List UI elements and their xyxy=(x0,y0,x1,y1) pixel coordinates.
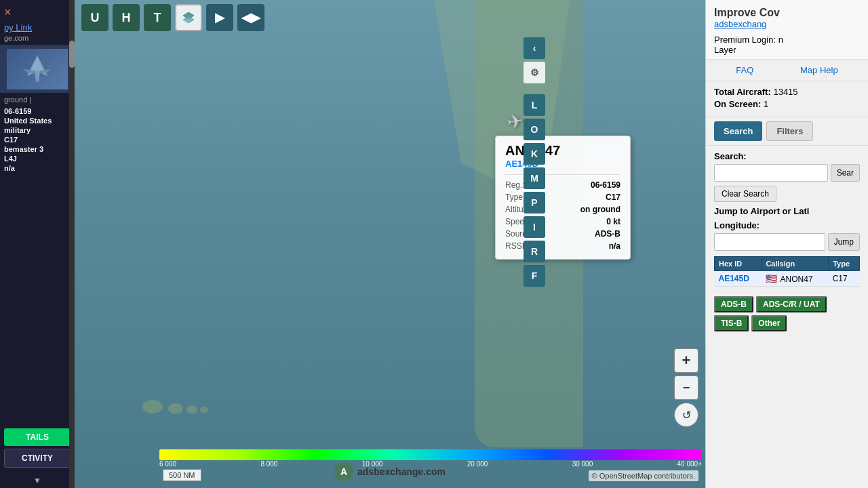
plane-placeholder xyxy=(7,49,68,89)
tab-filters[interactable]: Filters xyxy=(766,121,813,141)
cell-type: C17 xyxy=(829,270,860,286)
type-value: C17 xyxy=(4,136,18,144)
popup-reg-value: 06-6159 xyxy=(591,180,620,190)
zoom-out-button[interactable]: − xyxy=(674,375,698,400)
color-label-20000: 20 000 xyxy=(467,460,488,468)
search-row: Sear xyxy=(714,164,860,182)
country-value: United States xyxy=(4,117,52,125)
svg-marker-2 xyxy=(35,71,40,83)
map-area[interactable]: ✈ ANON47 AE145D Reg.: 06-6159 Type code:… xyxy=(75,0,705,488)
jump-button[interactable]: Jump xyxy=(828,233,860,251)
rssi-field: n/a xyxy=(0,163,75,173)
toolbar-forward-button[interactable]: ▶ xyxy=(206,4,233,31)
clear-search-button[interactable]: Clear Search xyxy=(714,186,776,202)
col-callsign: Callsign xyxy=(762,256,829,270)
btn-k[interactable]: K xyxy=(524,143,545,165)
on-screen-value: 1 xyxy=(764,99,768,109)
category-field: military xyxy=(0,125,75,135)
source-badges: ADS-B ADS-C/R / UAT TIS-B Other xyxy=(706,292,868,336)
country-field: United States xyxy=(0,116,75,125)
subscriber-field: bemaster 3 xyxy=(0,144,75,154)
total-aircraft-value: 13415 xyxy=(773,87,797,97)
badge-other[interactable]: Other xyxy=(751,315,787,331)
right-panel: Improve Cov adsbexchang Premium Login: n… xyxy=(705,0,868,488)
left-sidebar: × py Link ge.com ground | 06-6159 United… xyxy=(0,0,75,488)
improve-coverage-link[interactable]: adsbexchang xyxy=(714,19,860,29)
subscriber-value: bemaster 3 xyxy=(4,145,43,153)
on-screen-row: On Screen: 1 xyxy=(714,99,860,109)
side-buttons: ‹ ⚙ L O K M P I R F xyxy=(524,37,545,287)
badge-tisb[interactable]: TIS-B xyxy=(714,315,749,331)
badge-adsb[interactable]: ADS-B xyxy=(714,296,753,312)
col-type: Type xyxy=(829,256,860,270)
rssi-value: n/a xyxy=(4,164,15,172)
search-input[interactable] xyxy=(714,164,828,182)
table-header-row: Hex ID Callsign Type xyxy=(715,256,860,270)
link-url: ge.com xyxy=(4,34,71,42)
replay-button[interactable]: ↺ xyxy=(674,403,698,427)
color-label-6000: 6 000 xyxy=(159,460,176,468)
toolbar-layers-button[interactable] xyxy=(175,4,202,31)
search-section: Search: Sear Clear Search Jump to Airpor… xyxy=(706,146,868,292)
aircraft-image xyxy=(0,45,75,93)
aircraft-table: Hex ID Callsign Type AE145D 🇺🇸 ANON47 C1… xyxy=(714,256,860,287)
popup-alt-value: on ground xyxy=(580,205,620,214)
popup-reg-label: Reg.: xyxy=(505,180,525,190)
popup-type-value: C17 xyxy=(606,192,620,202)
table-header: Hex ID Callsign Type xyxy=(715,256,860,270)
badge-adsc[interactable]: ADS-C/R / UAT xyxy=(756,296,827,312)
squawk-value: L4J xyxy=(4,155,17,163)
jump-input[interactable] xyxy=(714,233,825,251)
btn-p[interactable]: P xyxy=(524,192,545,214)
btn-i[interactable]: I xyxy=(524,216,545,238)
popup-type-row: Type code: C17 xyxy=(505,191,620,203)
popup-speed-row: Speed: 0 kt xyxy=(505,216,620,228)
close-button[interactable]: × xyxy=(4,5,12,20)
tab-search[interactable]: Search xyxy=(714,121,762,141)
logo-icon: A xyxy=(334,462,353,481)
scale-indicator: 500 NM xyxy=(163,469,201,481)
search-button[interactable]: Sear xyxy=(831,164,860,182)
logo-text: adsbexchange.com xyxy=(357,466,446,477)
popup-rssi-row: RSSI: n/a xyxy=(505,240,620,252)
settings-button[interactable]: ⚙ xyxy=(524,62,545,83)
btn-o[interactable]: O xyxy=(524,119,545,140)
toolbar-u-button[interactable]: U xyxy=(81,4,108,31)
map-help-link[interactable]: Map Help xyxy=(800,65,838,75)
toolbar-t-button[interactable]: T xyxy=(144,4,171,31)
search-label: Search: xyxy=(714,151,860,161)
total-aircraft-label: Total Aircraft: xyxy=(714,87,771,97)
zoom-controls: + − ↺ xyxy=(674,348,698,427)
popup-speed-value: 0 kt xyxy=(606,217,620,226)
popup-source-row: Source: ADS-B xyxy=(505,228,620,240)
cell-callsign: 🇺🇸 ANON47 xyxy=(762,270,829,286)
map-logo: A adsbexchange.com xyxy=(334,462,446,481)
faq-link[interactable]: FAQ xyxy=(736,65,753,75)
sidebar-buttons: TAILS CTIVITY xyxy=(0,423,75,473)
improve-coverage-text: Improve Cov xyxy=(714,7,860,19)
btn-m[interactable]: M xyxy=(524,167,545,189)
category-value: military xyxy=(4,126,31,134)
premium-login-text: Premium Login: n Layer xyxy=(714,35,860,55)
reg-value: 06-6159 xyxy=(4,107,31,115)
scroll-bar[interactable] xyxy=(69,0,75,488)
back-arrow-button[interactable]: ‹ xyxy=(524,37,545,59)
popup-source-value: ADS-B xyxy=(595,229,620,239)
scroll-thumb[interactable] xyxy=(69,41,75,68)
attribution: © OpenStreetMap contributors. xyxy=(589,470,698,481)
copy-link-label[interactable]: py Link xyxy=(4,22,71,33)
btn-r[interactable]: R xyxy=(524,241,545,262)
scroll-arrow[interactable]: ▼ xyxy=(0,473,75,488)
on-screen-label: On Screen: xyxy=(714,99,761,109)
btn-f[interactable]: F xyxy=(524,265,545,287)
popup-callsign: ANON47 xyxy=(505,143,620,159)
btn-l[interactable]: L xyxy=(524,94,545,116)
toolbar-h-button[interactable]: H xyxy=(113,4,140,31)
toolbar-compress-button[interactable]: ◀▶ xyxy=(237,4,264,31)
details-button[interactable]: TAILS xyxy=(4,428,71,446)
zoom-in-button[interactable]: + xyxy=(674,348,698,373)
table-row[interactable]: AE145D 🇺🇸 ANON47 C17 xyxy=(715,270,860,286)
color-label-40000: 40 000+ xyxy=(677,460,702,468)
longitude-label: Longitude: xyxy=(714,220,860,230)
activity-button[interactable]: CTIVITY xyxy=(4,449,71,468)
